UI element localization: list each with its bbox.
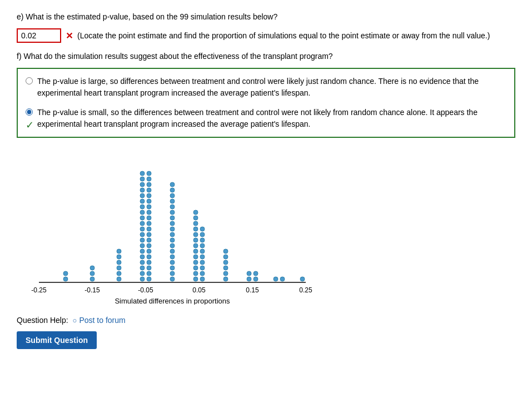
option-1-text: The p-value is large, so differences bet… (37, 76, 506, 99)
dot (253, 277, 258, 281)
dot (117, 249, 121, 253)
dot (193, 227, 198, 231)
dot (200, 232, 205, 237)
dot (223, 260, 228, 265)
dot (147, 232, 151, 237)
dot (200, 271, 205, 276)
correct-checkmark: ✓ (26, 119, 34, 131)
dot (140, 277, 145, 281)
dot (170, 260, 175, 265)
answer-options-box: The p-value is large, so differences bet… (17, 68, 515, 138)
question-e-label: e) What is the estimated p-value, based … (17, 11, 515, 23)
submit-question-button[interactable]: Submit Question (17, 331, 97, 349)
dot (193, 277, 198, 281)
dot (193, 271, 198, 276)
dot (170, 266, 175, 270)
dot (147, 171, 151, 176)
dot (147, 238, 151, 242)
question-help-row: Question Help: ○ Post to forum (17, 316, 515, 325)
dot (117, 277, 121, 281)
dot (140, 216, 145, 220)
dot (223, 277, 228, 281)
p-value-input[interactable] (17, 28, 61, 43)
option-2-container: The p-value is small, so the differences… (26, 107, 506, 130)
svg-text:0.15: 0.15 (246, 286, 259, 294)
dot (193, 255, 198, 259)
dot (280, 277, 285, 281)
dot (193, 266, 198, 270)
dot (147, 227, 151, 231)
dot (140, 199, 145, 203)
dot (223, 249, 228, 253)
dot (170, 210, 175, 215)
dot (170, 243, 175, 248)
dot (223, 255, 228, 259)
dot (200, 249, 205, 253)
hint-text: (Locate the point estimate and find the … (77, 31, 490, 40)
option-2-radio[interactable] (26, 108, 33, 116)
dot (147, 243, 151, 248)
dot-chart-svg: -0.25 -0.15 -0.05 0.05 0.15 0.25 Simulat… (17, 149, 317, 305)
dot (170, 238, 175, 242)
dot (253, 271, 258, 276)
dot (193, 216, 198, 220)
dot (170, 271, 175, 276)
dot (200, 277, 205, 281)
dot (193, 232, 198, 237)
post-to-forum-link[interactable]: ○ Post to forum (73, 316, 126, 325)
dot (147, 193, 151, 198)
dot (170, 221, 175, 226)
dot (193, 238, 198, 242)
dot (147, 177, 151, 181)
dot (193, 210, 198, 215)
dot (200, 238, 205, 242)
dot (200, 255, 205, 259)
dot (63, 271, 68, 276)
error-mark: ✕ (66, 31, 73, 41)
dot (200, 260, 205, 265)
svg-text:-0.15: -0.15 (84, 286, 100, 294)
dot (140, 266, 145, 270)
dot (140, 171, 145, 176)
option-1-radio[interactable] (26, 77, 33, 84)
option-1-container: The p-value is large, so differences bet… (26, 76, 506, 99)
dot (140, 188, 145, 192)
dot (140, 193, 145, 198)
dot (140, 177, 145, 181)
dot (117, 266, 121, 270)
dot (140, 221, 145, 226)
svg-text:Simulated differences in propo: Simulated differences in proportions (115, 297, 230, 305)
dot (140, 238, 145, 242)
dot (147, 277, 151, 281)
dot (117, 255, 121, 259)
dot (140, 210, 145, 215)
dot (147, 271, 151, 276)
question-help-label: Question Help: (17, 316, 68, 325)
post-forum-label: Post to forum (79, 316, 125, 325)
dot (170, 249, 175, 253)
dot (147, 249, 151, 253)
dot (147, 188, 151, 192)
dot (117, 260, 121, 265)
dot-chart-container: -0.25 -0.15 -0.05 0.05 0.15 0.25 Simulat… (17, 149, 317, 305)
svg-text:0.05: 0.05 (192, 286, 206, 294)
dot (147, 182, 151, 187)
dot (300, 277, 305, 281)
dot (170, 232, 175, 237)
dot (170, 277, 175, 281)
dot (193, 249, 198, 253)
dot (170, 193, 175, 198)
dot (200, 227, 205, 231)
dot (90, 266, 95, 270)
dot (170, 199, 175, 203)
dot (63, 277, 68, 281)
dot (140, 249, 145, 253)
dot (147, 199, 151, 203)
dot (147, 216, 151, 220)
svg-text:-0.25: -0.25 (31, 286, 47, 294)
dot (193, 221, 198, 226)
dot (247, 271, 251, 276)
dot (193, 260, 198, 265)
dot (170, 227, 175, 231)
dot (140, 243, 145, 248)
